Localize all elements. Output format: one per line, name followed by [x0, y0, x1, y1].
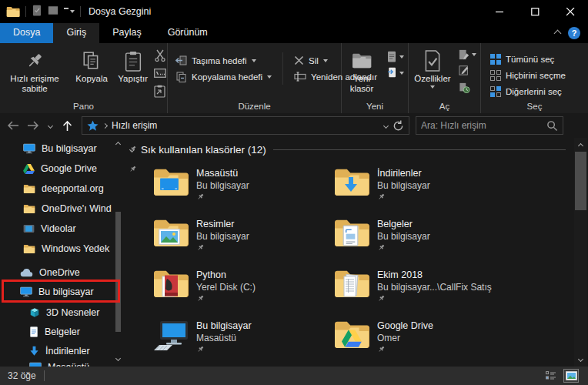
tab-view[interactable]: Görünüm: [155, 23, 221, 43]
chevron-down-icon: [323, 59, 328, 62]
tile-indirilenler[interactable]: İndirilenler Bu bilgisayar: [333, 167, 510, 215]
search-icon[interactable]: [546, 120, 558, 132]
select-all-icon: [490, 54, 501, 65]
qat-properties-button[interactable]: [32, 5, 42, 18]
scrollbar-thumb[interactable]: [115, 212, 121, 332]
thumbnail-view-icon: [566, 371, 577, 380]
picture-icon: [159, 229, 180, 245]
tab-home[interactable]: Giriş: [53, 23, 99, 43]
tab-file[interactable]: Dosya: [0, 23, 53, 43]
tile-belgeler[interactable]: Belgeler Bu bilgisayar: [333, 218, 510, 266]
qat-customize-button[interactable]: [64, 10, 75, 13]
pin-icon: [196, 345, 205, 353]
folder-icon: [23, 204, 35, 214]
tile-resimler[interactable]: Resimler Bu bilgisayar: [152, 218, 329, 266]
invert-selection-button[interactable]: Diğerlerini seç: [490, 83, 588, 99]
qat-new-folder-button[interactable]: [48, 5, 58, 18]
forward-button[interactable]: [23, 116, 43, 136]
divider: [80, 6, 81, 17]
tile-google-drive[interactable]: Google Drive Omer: [333, 320, 510, 367]
paste-icon: [124, 51, 142, 72]
download-arrow-icon: [343, 176, 359, 194]
properties-icon: [423, 50, 442, 72]
collapse-section-icon[interactable]: [129, 147, 135, 152]
chevron-down-icon: [399, 72, 404, 75]
collapse-ribbon-icon[interactable]: [554, 29, 562, 37]
section-header[interactable]: Sık kullanılan klasörler (12): [130, 144, 566, 156]
address-bar[interactable]: Hızlı erişim: [82, 116, 409, 135]
cut-button[interactable]: [154, 49, 166, 64]
copy-button[interactable]: Kopyala: [72, 43, 112, 84]
up-button[interactable]: [57, 116, 77, 136]
up-icon: [62, 120, 72, 132]
copy-path-button[interactable]: [154, 69, 166, 80]
sidebar-item-indirilenler[interactable]: İndirilenler: [29, 343, 120, 359]
button-label: Yeni klasör: [343, 74, 380, 94]
back-button[interactable]: [3, 116, 23, 136]
thumbnail-view-button[interactable]: [563, 369, 579, 383]
open-small-buttons: [459, 43, 476, 95]
tile-python[interactable]: Python Yerel Disk (C:): [152, 269, 329, 316]
book-icon: [162, 275, 179, 298]
spreadsheet-folder-icon: [333, 269, 370, 306]
section-title: Sık kullanılan klasörler (12): [141, 144, 266, 156]
search-box[interactable]: [416, 116, 563, 135]
easy-access-button[interactable]: [386, 67, 404, 79]
file-explorer-window: Dosya Gezgini Dosya Giriş Paylaş Görünüm…: [0, 0, 588, 385]
new-folder-icon: [352, 52, 372, 69]
3d-objects-icon: [29, 307, 40, 318]
pin-icon: [196, 294, 205, 303]
paste-button[interactable]: Yapıştır: [114, 43, 152, 84]
details-view-button[interactable]: [543, 369, 559, 383]
sidebar-item-belgeler[interactable]: Belgeler: [29, 324, 120, 340]
content-scrollbar[interactable]: [574, 138, 587, 367]
select-none-button[interactable]: Hiçbirini seçme: [490, 67, 588, 83]
history-button[interactable]: [459, 82, 476, 95]
button-label: Kopyala: [75, 74, 108, 84]
search-input[interactable]: [421, 120, 546, 131]
tile-name: Masaüstü: [196, 168, 249, 179]
pin-icon: [377, 345, 386, 353]
properties-button[interactable]: Özellikler: [409, 43, 456, 89]
scroll-down-button[interactable]: [574, 353, 587, 365]
chevron-right-icon: [102, 122, 108, 128]
paste-shortcut-button[interactable]: [154, 85, 166, 100]
scrollbar-thumb[interactable]: [575, 152, 586, 210]
minimize-button[interactable]: [482, 0, 517, 23]
refresh-icon[interactable]: [393, 120, 404, 132]
address-dropdown-icon[interactable]: [383, 122, 389, 128]
python-folder-icon: [152, 269, 189, 306]
history-icon: [459, 82, 470, 93]
sidebar-item-3d-nesneler[interactable]: 3D Nesneler: [29, 305, 120, 320]
scroll-down-icon[interactable]: [115, 356, 121, 361]
tile-bu-bilgisayar[interactable]: Bu bilgisayar Masaüstü: [152, 320, 329, 367]
close-button[interactable]: [553, 0, 588, 23]
select-all-button[interactable]: Tümünü seç: [490, 51, 588, 67]
tab-share[interactable]: Paylaş: [99, 23, 155, 43]
scroll-up-button[interactable]: [574, 139, 587, 152]
folder-icon: [23, 244, 35, 254]
rename-icon: [294, 72, 306, 82]
help-icon[interactable]: ?: [568, 27, 580, 39]
content-pane: Sık kullanılan klasörler (12) Masaüstü B…: [127, 138, 572, 367]
status-bar: 32 öğe: [0, 367, 588, 385]
tile-ekim-2018[interactable]: Ekim 2018 Bu bilgisayar...\CallFix Satış: [333, 269, 510, 316]
button-label: Tümünü seç: [506, 55, 554, 64]
sidebar-item-label: Videolar: [41, 223, 76, 234]
recent-locations-button[interactable]: [43, 116, 57, 136]
chevron-down-icon: [252, 59, 256, 62]
sidebar-scrollbar[interactable]: [114, 138, 122, 367]
tile-masaustu[interactable]: Masaüstü Bu bilgisayar: [152, 167, 329, 215]
copy-to-button[interactable]: Kopyalama hedefi: [175, 69, 272, 85]
scroll-up-icon[interactable]: [115, 142, 121, 147]
group-label: Düzenle: [168, 102, 341, 111]
pin-to-quick-access-button[interactable]: Hızlı erişime sabitle: [0, 43, 69, 94]
sheets-icon: [342, 274, 359, 298]
new-folder-button[interactable]: Yeni klasör: [342, 43, 384, 94]
move-to-button[interactable]: Taşıma hedefi: [175, 52, 272, 69]
open-button[interactable]: [459, 49, 476, 60]
new-item-button[interactable]: [386, 51, 404, 62]
maximize-button[interactable]: [517, 0, 553, 23]
edit-button[interactable]: [459, 65, 476, 78]
window-title: Dosya Gezgini: [89, 6, 151, 17]
